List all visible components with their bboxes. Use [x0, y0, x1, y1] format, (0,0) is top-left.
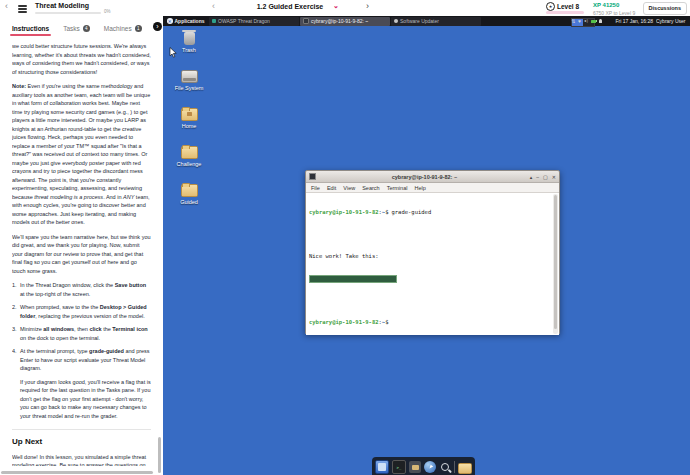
- tab-machines-label: Machines: [104, 25, 132, 32]
- threat-dragon-icon: [212, 19, 217, 24]
- paragraph: If your diagram looks good, you'll recei…: [12, 378, 151, 421]
- blank-line: [309, 298, 549, 305]
- taskbar-clock[interactable]: Fri 17 Jan, 16:28: [615, 18, 653, 24]
- close-button[interactable]: ✕: [552, 174, 556, 180]
- applications-menu-button[interactable]: ✕ Applications: [163, 16, 209, 26]
- top-header: ‹ Threat Modeling 0% ‹ 1.2 Guided Exerci…: [0, 0, 690, 16]
- typed-command: grade-guided: [391, 209, 431, 215]
- network-icon[interactable]: ⇅: [571, 18, 575, 24]
- tab-tasks-label: Tasks: [63, 25, 80, 32]
- lesson-title[interactable]: 1.2 Guided Exercise: [240, 3, 340, 10]
- terminal-titlebar[interactable]: cybrary@ip-10-91-9-82: ~ ▴ – ▢ ✕: [306, 171, 559, 183]
- blank-line: [309, 231, 549, 238]
- paragraph: Well done! In this lesson, you simulated…: [12, 453, 151, 467]
- home-folder-icon: [181, 108, 198, 121]
- terminal-output[interactable]: cybrary@ip-10-91-9-82:~$grade-guided Nic…: [306, 193, 559, 335]
- step-text: At the terminal prompt, type grade-guide…: [20, 348, 150, 371]
- desktop-icon-guided[interactable]: Guided: [167, 184, 211, 205]
- xp-to-next-label: 6750 XP to Level 9: [593, 10, 635, 16]
- back-button[interactable]: ‹: [5, 1, 8, 11]
- tab-tasks[interactable]: Tasks 4: [63, 25, 90, 32]
- terminal-output-line: Nice work! Take this:: [309, 253, 549, 260]
- icon-label: File System: [167, 85, 211, 91]
- menu-icon[interactable]: [18, 5, 27, 7]
- dock: >_: [372, 457, 475, 475]
- step-number: 2.: [12, 303, 17, 312]
- tab-instructions[interactable]: Instructions: [12, 25, 49, 32]
- terminal-icon: [303, 18, 310, 25]
- menu-edit[interactable]: Edit: [327, 185, 336, 191]
- prompt-dollar: $: [385, 209, 388, 215]
- step-number: 3.: [12, 325, 17, 334]
- desktop-icon-file-system[interactable]: File System: [167, 70, 211, 91]
- chevron-down-icon[interactable]: ⌄: [333, 2, 339, 10]
- window-title: OWASP Threat Dragon: [218, 18, 270, 24]
- terminal-dock-icon[interactable]: >_: [392, 460, 406, 474]
- panel-tabs: Instructions Tasks 4 Machines 1: [12, 21, 159, 36]
- web-browser-icon[interactable]: [424, 461, 436, 473]
- panel-horizontal-scrollbar[interactable]: [1, 471, 153, 475]
- terminal-command-line: cybrary@ip-10-91-9-82:~$grade-guided: [309, 209, 549, 216]
- lesson-prev-button[interactable]: ‹: [212, 1, 215, 11]
- battery-icon[interactable]: [591, 20, 597, 23]
- step-text: In the Threat Dragon window, click the S…: [20, 282, 146, 297]
- collapse-panel-button[interactable]: ›: [153, 22, 162, 31]
- notifications-bell-icon[interactable]: [599, 19, 603, 23]
- volume-icon[interactable]: ◄): [583, 19, 588, 23]
- desktop-icon-home[interactable]: Home: [167, 108, 211, 129]
- menu-file[interactable]: File: [311, 185, 320, 191]
- file-manager-icon[interactable]: [409, 461, 421, 473]
- step-item: 4. At the terminal prompt, type grade-gu…: [12, 347, 151, 373]
- step-item: 2. When prompted, save to the the Deskto…: [12, 303, 151, 320]
- minimize-button[interactable]: –: [536, 174, 539, 180]
- taskbar-window-threat-dragon[interactable]: OWASP Threat Dragon: [209, 17, 299, 26]
- tasks-count-badge: 4: [83, 25, 90, 32]
- folder-icon: [181, 146, 198, 159]
- tab-instructions-label: Instructions: [12, 25, 49, 32]
- divider: [12, 429, 151, 430]
- heart-icon[interactable]: ♥: [578, 18, 581, 24]
- menu-search[interactable]: Search: [362, 185, 379, 191]
- tab-machines[interactable]: Machines 1: [104, 25, 142, 32]
- menu-view[interactable]: View: [343, 185, 355, 191]
- panel-vertical-scrollbar[interactable]: [158, 437, 162, 473]
- terminal-scrollbar[interactable]: [553, 194, 558, 334]
- up-next-heading: Up Next: [12, 438, 151, 447]
- desktop-icon-challenge[interactable]: Challenge: [167, 146, 211, 167]
- xfce-logo-icon: ✕: [167, 18, 173, 24]
- paragraph: Note: Even if you're using the same meth…: [12, 82, 151, 227]
- taskbar-user-label[interactable]: Cybrary User: [656, 18, 690, 24]
- folder-icon: [181, 184, 198, 197]
- icon-label: Challenge: [167, 161, 211, 167]
- folder-dock-icon[interactable]: [458, 463, 472, 474]
- mouse-cursor: [169, 44, 177, 62]
- shade-button[interactable]: ▴: [530, 174, 533, 180]
- vm-desktop[interactable]: ✕ Applications OWASP Threat Dragon cybra…: [163, 16, 690, 475]
- taskbar-window-software-updater[interactable]: Software Updater: [391, 17, 481, 26]
- window-title: cybrary@ip-10-91-9-82: ~: [311, 18, 368, 24]
- menu-help[interactable]: Help: [414, 185, 425, 191]
- terminal-scrollbar-thumb[interactable]: [554, 195, 557, 329]
- lesson-next-button[interactable]: ›: [366, 1, 369, 11]
- icon-label: Home: [167, 123, 211, 129]
- level-progress-bar: [546, 11, 584, 14]
- discussions-button[interactable]: Discussions: [643, 2, 687, 15]
- vm-taskbar: ✕ Applications OWASP Threat Dragon cybra…: [163, 16, 690, 26]
- instructions-panel: Instructions Tasks 4 Machines 1 › we cou…: [0, 16, 163, 475]
- flag-redacted-selection: [309, 275, 397, 283]
- applications-label: Applications: [175, 18, 205, 24]
- terminal-menubar: File Edit View Search Terminal Help: [306, 183, 559, 193]
- level-label: Level 8: [557, 3, 579, 10]
- taskbar-window-terminal[interactable]: cybrary@ip-10-91-9-82: ~: [300, 17, 390, 26]
- show-desktop-icon[interactable]: [375, 460, 389, 474]
- paragraph: We'll spare you the team narrative here,…: [12, 233, 151, 276]
- prompt-user: cybrary@ip-10-91-9-82: [309, 209, 379, 215]
- instructions-content: we could better structure future session…: [12, 42, 151, 466]
- terminal-window[interactable]: cybrary@ip-10-91-9-82: ~ ▴ – ▢ ✕ File Ed…: [305, 170, 560, 334]
- icon-label: Guided: [167, 199, 211, 205]
- app-finder-icon[interactable]: [439, 461, 451, 473]
- software-updater-icon: [394, 19, 399, 24]
- maximize-button[interactable]: ▢: [543, 174, 548, 180]
- terminal-window-icon: [309, 173, 316, 180]
- menu-terminal[interactable]: Terminal: [387, 185, 408, 191]
